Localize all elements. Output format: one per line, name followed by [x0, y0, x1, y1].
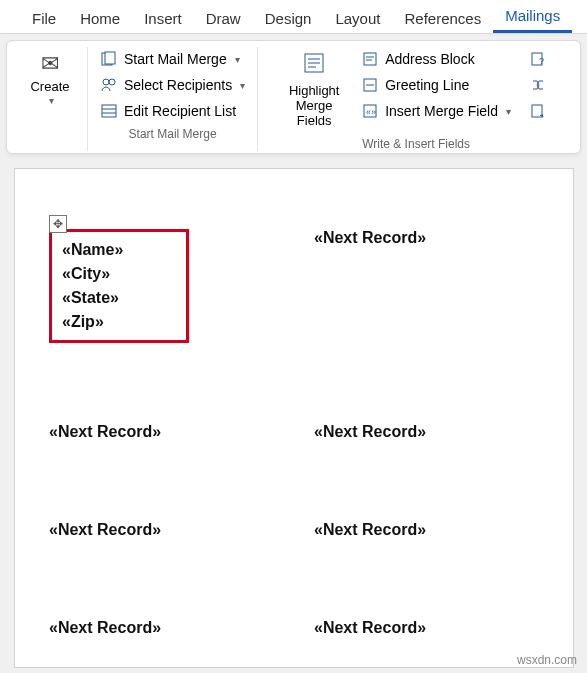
svg-rect-4 — [102, 105, 116, 117]
svg-point-3 — [109, 79, 115, 85]
label-cell-5[interactable]: «Next Record» — [49, 521, 274, 539]
label-cell-7[interactable]: «Next Record» — [49, 619, 274, 637]
svg-rect-1 — [105, 52, 115, 64]
chevron-down-icon: ▾ — [49, 95, 54, 107]
group-label-start: Start Mail Merge — [129, 127, 217, 141]
tab-insert[interactable]: Insert — [132, 4, 194, 33]
address-block-button[interactable]: Address Block — [355, 47, 517, 71]
select-recipients-button[interactable]: Select Recipients ▾ — [94, 73, 251, 97]
watermark: wsxdn.com — [517, 653, 577, 667]
address-block-label: Address Block — [385, 51, 474, 67]
greeting-line-label: Greeting Line — [385, 77, 469, 93]
tab-design[interactable]: Design — [253, 4, 324, 33]
label-cell-2[interactable]: «Next Record» — [314, 229, 539, 343]
mail-merge-icon — [100, 50, 118, 68]
tab-home[interactable]: Home — [68, 4, 132, 33]
address-block-icon — [361, 50, 379, 68]
tab-file[interactable]: File — [20, 4, 68, 33]
svg-rect-11 — [364, 53, 376, 65]
label-cell-8[interactable]: «Next Record» — [314, 619, 539, 637]
start-mail-merge-button[interactable]: Start Mail Merge ▾ — [94, 47, 251, 71]
chevron-down-icon: ▾ — [240, 80, 245, 91]
insert-merge-field-label: Insert Merge Field — [385, 103, 498, 119]
recipients-icon — [100, 76, 118, 94]
match-fields-button[interactable] — [523, 73, 553, 97]
start-mail-merge-label: Start Mail Merge — [124, 51, 227, 67]
create-label: Create — [30, 80, 69, 95]
rules-icon: ? — [529, 50, 547, 68]
tab-draw[interactable]: Draw — [194, 4, 253, 33]
highlight-icon — [302, 51, 326, 80]
select-recipients-label: Select Recipients — [124, 77, 232, 93]
label-cell-1[interactable]: «Name» «City» «State» «Zip» — [49, 229, 274, 343]
edit-list-icon — [100, 102, 118, 120]
chevron-down-icon: ▾ — [506, 106, 511, 117]
insert-merge-field-icon: «» — [361, 102, 379, 120]
merge-field-zip: «Zip» — [62, 310, 176, 334]
label-grid: «Name» «City» «State» «Zip» «Next Record… — [49, 229, 539, 637]
greeting-line-icon — [361, 76, 379, 94]
edit-recipient-list-button[interactable]: Edit Recipient List — [94, 99, 251, 123]
update-labels-button[interactable] — [523, 99, 553, 123]
svg-point-2 — [103, 79, 109, 85]
rules-button[interactable]: ? — [523, 47, 553, 71]
label-cell-3[interactable]: «Next Record» — [49, 423, 274, 441]
merge-field-block: «Name» «City» «State» «Zip» — [49, 229, 189, 343]
tab-references[interactable]: References — [392, 4, 493, 33]
create-button[interactable]: ✉ Create ▾ — [19, 47, 81, 111]
update-labels-icon — [529, 102, 547, 120]
match-fields-icon — [529, 76, 547, 94]
svg-text:?: ? — [539, 56, 544, 66]
document-page[interactable]: ✥ «Name» «City» «State» «Zip» «Next Reco… — [14, 168, 574, 668]
tab-mailings[interactable]: Mailings — [493, 1, 572, 33]
highlight-label: Highlight Merge Fields — [281, 84, 347, 129]
edit-recipient-list-label: Edit Recipient List — [124, 103, 236, 119]
label-cell-6[interactable]: «Next Record» — [314, 521, 539, 539]
tab-layout[interactable]: Layout — [323, 4, 392, 33]
group-start-mail-merge: Start Mail Merge ▾ Select Recipients ▾ E… — [88, 47, 258, 151]
greeting-line-button[interactable]: Greeting Line — [355, 73, 517, 97]
svg-text:«»: «» — [366, 107, 376, 117]
group-write-insert: Highlight Merge Fields Address Block Gre… — [258, 47, 574, 151]
highlight-merge-fields-button[interactable]: Highlight Merge Fields — [279, 47, 349, 133]
table-move-handle[interactable]: ✥ — [49, 215, 67, 233]
ribbon-tabs: File Home Insert Draw Design Layout Refe… — [0, 0, 587, 34]
merge-field-state: «State» — [62, 286, 176, 310]
chevron-down-icon: ▾ — [235, 54, 240, 65]
group-label-write-insert: Write & Insert Fields — [362, 137, 470, 151]
label-cell-4[interactable]: «Next Record» — [314, 423, 539, 441]
group-create: ✉ Create ▾ — [13, 47, 88, 151]
merge-field-name: «Name» — [62, 238, 176, 262]
ribbon: ✉ Create ▾ Start Mail Merge ▾ Select Rec… — [6, 40, 581, 154]
merge-field-city: «City» — [62, 262, 176, 286]
insert-merge-field-button[interactable]: «» Insert Merge Field ▾ — [355, 99, 517, 123]
envelope-icon: ✉ — [41, 51, 59, 76]
